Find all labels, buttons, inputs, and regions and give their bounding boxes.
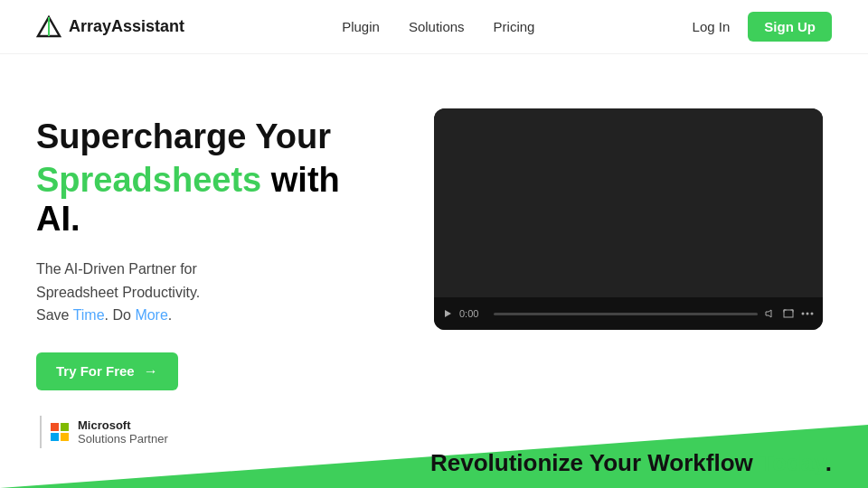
fullscreen-icon [783,309,794,318]
hero-subtitle-end: . [168,307,172,323]
video-screen [434,108,823,297]
hero-title-line1: Supercharge Your [36,117,380,157]
svg-point-5 [802,313,805,315]
video-controls-right [765,309,814,318]
volume-button[interactable] [765,309,776,318]
fullscreen-button[interactable] [783,309,794,318]
navbar: ArrayAssistant Plugin Solutions Pricing … [0,0,868,54]
play-button[interactable] [443,309,452,318]
bottom-text: Revolutionize Your Workflow Today. [430,449,832,477]
svg-marker-2 [445,310,451,317]
hero-subtitle: The AI-Driven Partner for Spreadsheet Pr… [36,258,380,327]
svg-point-7 [811,313,814,315]
play-icon [443,309,452,318]
try-for-free-label: Try For Free [56,363,135,379]
svg-point-6 [807,313,809,315]
arrow-icon: → [144,363,158,380]
video-controls: 0:00 [434,297,823,330]
volume-icon [765,309,776,318]
logo[interactable]: ArrayAssistant [36,14,184,40]
signup-button[interactable]: Sign Up [748,12,832,42]
progress-bar[interactable] [494,313,758,315]
logo-icon [36,14,61,40]
try-for-free-button[interactable]: Try For Free → [36,352,178,390]
hero-subtitle-line3-pre: Save [36,307,73,323]
hero-more: More [135,307,167,323]
hero-video: 0:00 [434,108,823,330]
hero-time: Time [73,307,105,323]
hero-subtitle-mid: . Do [105,307,136,323]
hero-subtitle-line2: Spreadsheet Productivity. [36,285,200,300]
bottom-text-end: . [826,449,832,476]
hero-content: Supercharge Your Spreadsheets with AI. T… [36,108,380,448]
video-container: 0:00 [434,108,823,330]
svg-marker-3 [766,310,771,317]
bottom-text-pre: Revolutionize Your Workflow [430,449,760,476]
nav-plugin[interactable]: Plugin [342,19,380,34]
more-icon [801,312,814,315]
login-button[interactable]: Log In [693,19,731,34]
svg-rect-4 [784,310,793,317]
more-button[interactable] [801,312,814,315]
video-time: 0:00 [459,308,486,319]
nav-solutions[interactable]: Solutions [409,19,465,34]
hero-subtitle-line1: The AI-Driven Partner for [36,261,197,277]
hero-section: Supercharge Your Spreadsheets with AI. T… [0,54,868,448]
nav-actions: Log In Sign Up [693,12,832,42]
hero-title-line2: Spreadsheets with AI. [36,161,380,239]
logo-text: ArrayAssistant [69,17,184,36]
nav-links: Plugin Solutions Pricing [342,19,534,35]
bottom-section: Revolutionize Your Workflow Today. [0,407,868,488]
hero-spreadsheets: Spreadsheets [36,161,261,199]
nav-pricing[interactable]: Pricing [494,19,535,34]
bottom-text-today: Today [760,449,826,476]
